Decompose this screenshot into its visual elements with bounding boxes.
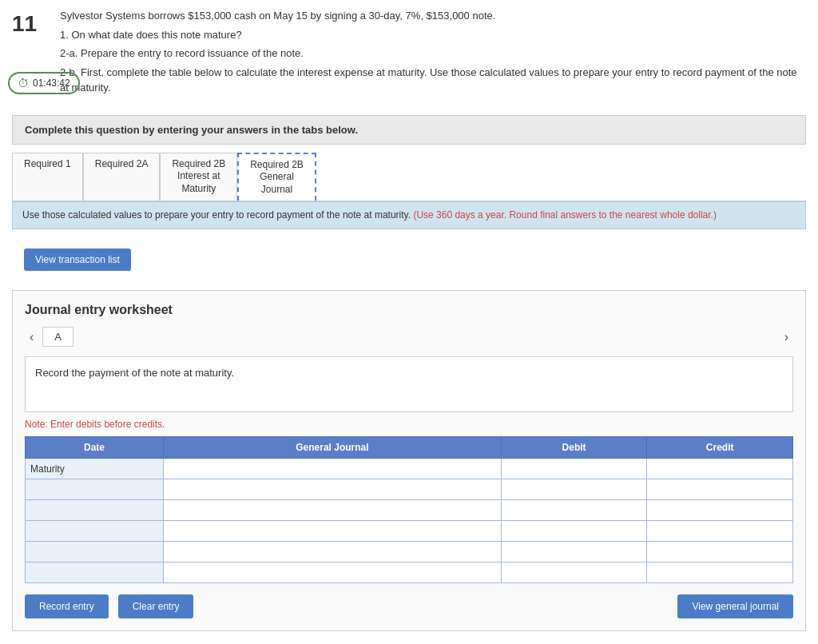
table-row xyxy=(26,521,793,542)
cell-date-4 xyxy=(26,542,164,563)
table-row xyxy=(26,563,793,583)
input-general-1[interactable] xyxy=(169,484,496,495)
question-text: Sylvestor Systems borrows $153,000 cash … xyxy=(60,8,806,99)
cell-general-0[interactable] xyxy=(163,459,501,479)
q2a: 2-a. Prepare the entry to record issuanc… xyxy=(60,46,806,62)
question-intro: Sylvestor Systems borrows $153,000 cash … xyxy=(60,8,806,24)
tab-required1[interactable]: Required 1 xyxy=(12,153,83,201)
col-credit: Credit xyxy=(647,437,793,459)
tabs-row: Required 1 Required 2A Required 2B Inter… xyxy=(12,153,806,202)
clear-entry-button[interactable]: Clear entry xyxy=(118,594,194,618)
cell-general-3[interactable] xyxy=(163,521,501,542)
view-general-journal-button[interactable]: View general journal xyxy=(677,594,793,618)
cell-general-4[interactable] xyxy=(163,542,501,563)
q2b: 2-b. First, complete the table below to … xyxy=(60,65,806,96)
tab-a[interactable]: A xyxy=(42,327,73,347)
cell-debit-5[interactable] xyxy=(501,563,647,583)
input-credit-4[interactable] xyxy=(652,547,788,558)
next-arrow[interactable]: › xyxy=(780,328,793,346)
input-debit-2[interactable] xyxy=(506,505,642,516)
q1: 1. On what date does this note mature? xyxy=(60,27,806,43)
cell-date-5 xyxy=(26,563,164,583)
cell-debit-2[interactable] xyxy=(501,500,647,521)
cell-general-5[interactable] xyxy=(163,563,501,583)
record-entry-button[interactable]: Record entry xyxy=(25,594,109,618)
col-date: Date xyxy=(26,437,164,459)
table-row: Maturity xyxy=(26,459,793,479)
cell-date-1 xyxy=(26,479,164,500)
input-credit-3[interactable] xyxy=(652,526,788,537)
cell-date-0: Maturity xyxy=(26,459,164,479)
nav-row: ‹ A › xyxy=(25,327,793,347)
input-debit-3[interactable] xyxy=(506,526,642,537)
col-general: General Journal xyxy=(163,437,501,459)
description-box: Record the payment of the note at maturi… xyxy=(25,356,793,412)
input-general-3[interactable] xyxy=(169,526,496,537)
input-general-2[interactable] xyxy=(169,505,496,516)
instruction-bar: Use those calculated values to prepare y… xyxy=(12,201,806,229)
prev-arrow[interactable]: ‹ xyxy=(25,328,38,346)
input-general-0[interactable] xyxy=(169,463,496,475)
input-credit-2[interactable] xyxy=(652,505,788,516)
cell-general-1[interactable] xyxy=(163,479,501,500)
input-debit-4[interactable] xyxy=(506,547,642,558)
cell-debit-1[interactable] xyxy=(501,479,647,500)
tab-required2a[interactable]: Required 2A xyxy=(83,153,161,201)
tab-required2b-interest[interactable]: Required 2B Interest at Maturity xyxy=(160,153,237,201)
input-credit-1[interactable] xyxy=(652,484,788,495)
cell-debit-4[interactable] xyxy=(501,542,647,563)
timer-box: ⏱ 01:43:42 xyxy=(8,72,80,94)
input-general-4[interactable] xyxy=(169,547,496,558)
tab-required2b-general[interactable]: Required 2B General Journal xyxy=(237,153,316,201)
input-general-5[interactable] xyxy=(169,567,496,578)
cell-credit-3[interactable] xyxy=(647,521,793,542)
cell-debit-3[interactable] xyxy=(501,521,647,542)
cell-date-3 xyxy=(26,521,164,542)
instruction-text: Use those calculated values to prepare y… xyxy=(22,209,411,221)
cell-credit-0[interactable] xyxy=(647,459,793,479)
cell-credit-2[interactable] xyxy=(647,500,793,521)
table-row xyxy=(26,479,793,500)
cell-credit-5[interactable] xyxy=(647,563,793,583)
note-text: Note: Enter debits before credits. xyxy=(25,419,793,430)
timer-display: 01:43:42 xyxy=(33,78,70,89)
worksheet-title: Journal entry worksheet xyxy=(25,303,793,317)
col-debit: Debit xyxy=(501,437,647,459)
journal-worksheet-box: Journal entry worksheet ‹ A › Record the… xyxy=(12,290,806,631)
cell-credit-4[interactable] xyxy=(647,542,793,563)
input-credit-5[interactable] xyxy=(652,567,788,578)
question-number: 11 xyxy=(12,8,60,37)
timer-icon: ⏱ xyxy=(18,77,29,89)
journal-table: Date General Journal Debit Credit Maturi… xyxy=(25,436,793,583)
tabs-instruction: Complete this question by entering your … xyxy=(12,115,806,145)
action-buttons: Record entry Clear entry View general jo… xyxy=(25,594,793,618)
table-row xyxy=(26,542,793,563)
input-debit-0[interactable] xyxy=(506,463,642,475)
cell-credit-1[interactable] xyxy=(647,479,793,500)
cell-date-2 xyxy=(26,500,164,521)
input-debit-1[interactable] xyxy=(506,484,642,495)
cell-general-2[interactable] xyxy=(163,500,501,521)
instruction-highlight: (Use 360 days a year. Round final answer… xyxy=(413,209,717,221)
input-credit-0[interactable] xyxy=(652,463,788,475)
cell-debit-0[interactable] xyxy=(501,459,647,479)
table-row xyxy=(26,500,793,521)
input-debit-5[interactable] xyxy=(506,567,642,578)
view-transaction-button[interactable]: View transaction list xyxy=(24,248,131,271)
description-text: Record the payment of the note at maturi… xyxy=(35,367,234,379)
